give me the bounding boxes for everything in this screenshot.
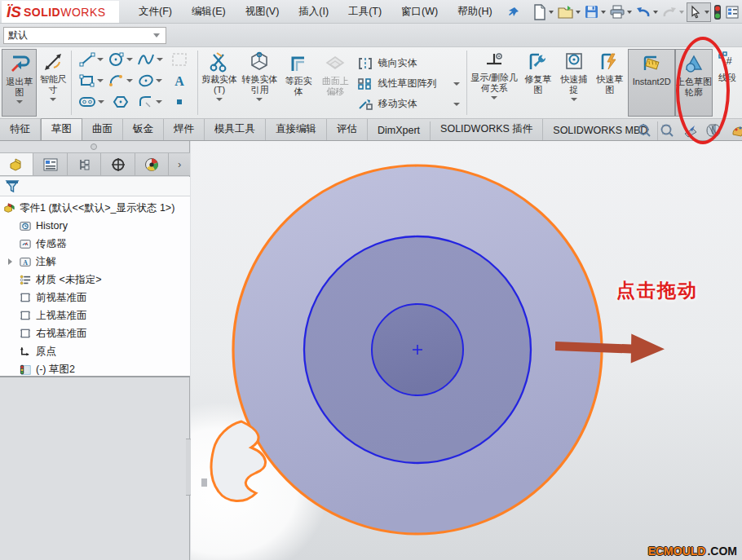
tree-item-front-plane[interactable]: 前视基准面 [0, 289, 190, 306]
zoom-to-area-icon[interactable] [659, 122, 675, 139]
tab-weldments[interactable]: 焊件 [164, 119, 205, 140]
expand-arrow-icon[interactable] [8, 258, 12, 265]
offset-entities-button[interactable]: 等距实体 [280, 47, 317, 118]
line-tool-button[interactable] [77, 50, 106, 69]
tab-feature-manager[interactable] [0, 153, 33, 175]
repair-sketch-button[interactable]: 修复草图 [519, 47, 556, 118]
performance-lights-button[interactable] [713, 2, 722, 22]
tab-property-manager[interactable] [33, 153, 67, 175]
tree-item-part[interactable]: 零件1 (默认<<默认>_显示状态 1>) [0, 199, 190, 217]
rapid-sketch-button[interactable]: 快速草图 [591, 47, 628, 118]
arc-dropdown[interactable] [126, 79, 133, 82]
fillet-dropdown[interactable] [156, 100, 162, 104]
tree-item-origin[interactable]: 原点 [0, 342, 190, 360]
tab-display-manager[interactable] [135, 153, 169, 175]
point-tool-button[interactable] [165, 92, 194, 112]
menu-window[interactable]: 窗口(W) [393, 2, 446, 22]
exit-sketch-button[interactable]: 退出草图 [2, 49, 37, 117]
fillet-tool-button[interactable] [135, 92, 165, 112]
new-document-dropdown[interactable] [549, 11, 554, 14]
smart-dimension-button[interactable]: 智能尺寸 [37, 47, 69, 118]
section-view-icon[interactable] [706, 122, 724, 139]
print-dropdown[interactable] [627, 11, 632, 14]
quick-snaps-button[interactable]: 快速捕捉 [556, 47, 591, 118]
redo-button[interactable] [660, 2, 685, 22]
linear-pattern-dropdown[interactable] [453, 82, 460, 86]
undo-dropdown[interactable] [653, 11, 658, 14]
tree-item-material[interactable]: 材质 <未指定> [0, 271, 190, 289]
convert-dropdown[interactable] [256, 98, 263, 101]
tab-direct-editing[interactable]: 直接编辑 [266, 119, 327, 140]
tree-item-annotations[interactable]: A 注解 [0, 253, 190, 271]
sketch-picture-button[interactable] [165, 50, 194, 69]
move-entities-button[interactable]: 移动实体 [354, 94, 466, 114]
menu-file[interactable]: 文件(F) [130, 2, 180, 22]
instant2d-button[interactable]: Instant2D [628, 49, 675, 117]
spline-tool-button[interactable] [135, 50, 165, 69]
tree-filter-bar[interactable] [0, 177, 190, 196]
redo-dropdown[interactable] [679, 11, 684, 14]
tab-dimxpert-manager[interactable] [101, 153, 135, 175]
print-button[interactable] [608, 2, 633, 22]
tab-evaluate[interactable]: 评估 [327, 119, 368, 140]
text-tool-button[interactable]: A [165, 71, 194, 90]
tab-solidworks-addins[interactable]: SOLIDWORKS 插件 [431, 119, 543, 140]
select-cursor-button[interactable] [687, 2, 711, 22]
menu-edit[interactable]: 编辑(E) [183, 2, 234, 22]
tree-item-history[interactable]: History [0, 217, 190, 235]
menu-tools[interactable]: 工具(T) [340, 2, 390, 22]
slot-dropdown[interactable] [98, 100, 104, 104]
pin-menu-icon[interactable] [507, 6, 520, 19]
tab-features[interactable]: 特征 [0, 119, 41, 140]
exit-sketch-dropdown[interactable] [16, 100, 23, 104]
line-dropdown[interactable] [97, 58, 104, 61]
panel-splitter-handle[interactable] [91, 143, 97, 150]
quick-snaps-dropdown[interactable] [571, 98, 577, 101]
convert-entities-button[interactable]: 转换实体引用 [239, 47, 280, 118]
menu-view[interactable]: 视图(V) [237, 2, 288, 22]
surface-offset-button[interactable]: 曲面上偏移 [317, 47, 354, 118]
tab-configuration-manager[interactable] [68, 153, 101, 175]
polygon-tool-button[interactable] [106, 92, 135, 112]
trim-dropdown[interactable] [216, 98, 223, 101]
graphics-viewport[interactable]: 点击拖动 ECMOULD.COM [191, 141, 742, 560]
zoom-to-fit-icon[interactable] [636, 122, 652, 139]
undo-button[interactable] [634, 2, 659, 22]
tab-sheet-metal[interactable]: 钣金 [123, 119, 164, 140]
segment-button[interactable]: # 线段 [713, 47, 742, 118]
save-button[interactable] [583, 2, 607, 22]
arc-tool-button[interactable] [106, 71, 135, 90]
circle-dropdown[interactable] [126, 58, 133, 61]
tree-item-right-plane[interactable]: 右视基准面 [0, 324, 190, 342]
menu-insert[interactable]: 插入(I) [290, 2, 337, 22]
tree-item-sensors[interactable]: 传感器 [0, 235, 190, 253]
spline-dropdown[interactable] [157, 58, 163, 61]
panel-tabs-overflow[interactable]: › [169, 153, 190, 175]
rectangle-tool-button[interactable] [77, 71, 106, 90]
tab-sketch[interactable]: 草图 [41, 118, 82, 140]
rectangle-dropdown[interactable] [97, 79, 104, 82]
configuration-dropdown[interactable]: 默认 [3, 27, 166, 44]
view-orientation-icon[interactable] [682, 122, 700, 139]
shaded-sketch-contours-button[interactable]: 上色草图轮廓 [675, 49, 713, 117]
display-relations-button[interactable]: 显示/删除几何关系 [469, 47, 519, 118]
save-dropdown[interactable] [601, 11, 606, 14]
smart-dimension-dropdown[interactable] [50, 98, 56, 101]
ellipse-tool-button[interactable] [135, 71, 165, 90]
appearances-icon[interactable] [731, 122, 742, 139]
display-relations-dropdown[interactable] [491, 96, 497, 99]
open-dropdown[interactable] [576, 11, 581, 14]
select-dropdown[interactable] [704, 11, 709, 14]
new-document-button[interactable] [532, 2, 554, 22]
options-list-button[interactable] [724, 2, 740, 22]
tree-item-sketch2[interactable]: (-) 草图2 [0, 360, 190, 377]
open-document-button[interactable] [556, 2, 581, 22]
tab-dimxpert[interactable]: DimXpert [368, 121, 431, 140]
tab-surfaces[interactable]: 曲面 [82, 119, 123, 140]
trim-entities-button[interactable]: 剪裁实体(T) [200, 47, 240, 118]
linear-pattern-button[interactable]: 线性草图阵列 [354, 73, 466, 94]
mirror-entities-button[interactable]: 镜向实体 [354, 53, 466, 73]
menu-help[interactable]: 帮助(H) [449, 2, 500, 22]
slot-tool-button[interactable] [77, 92, 106, 112]
ellipse-dropdown[interactable] [156, 79, 162, 82]
